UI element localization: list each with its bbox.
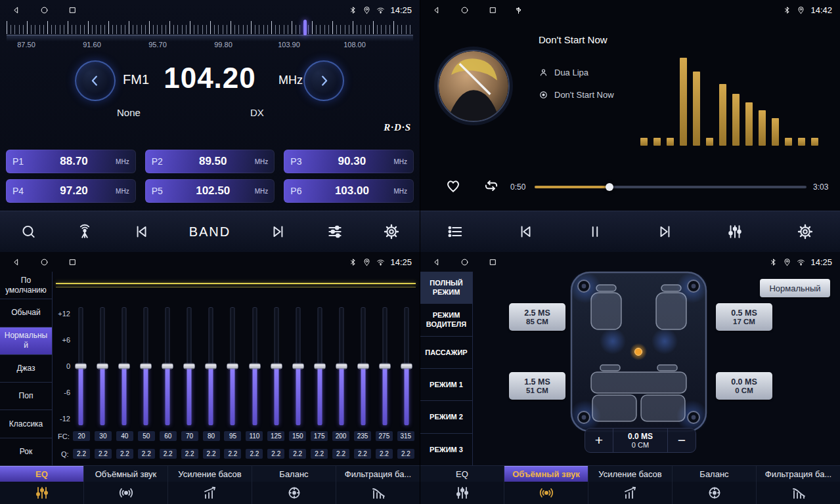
eq-slider-handle[interactable] [140, 364, 152, 369]
eq-slider-handle[interactable] [336, 364, 347, 369]
tab-label[interactable]: EQ [420, 466, 504, 482]
eq-slider-handle[interactable] [118, 364, 130, 369]
eq-slider-handle[interactable] [162, 364, 173, 369]
eq-slider-handle[interactable] [183, 364, 195, 369]
tab-surround[interactable]: Объёмный звук [504, 466, 588, 504]
tab-balance[interactable]: Баланс [252, 466, 336, 504]
eq-slider-handle[interactable] [314, 364, 326, 369]
eq-preset-default[interactable]: По умолчанию [0, 272, 52, 299]
eq-preset-rock[interactable]: Рок [0, 438, 52, 466]
sf-mode-2[interactable]: РЕЖИМ 2 [420, 401, 472, 433]
nav-home-icon[interactable] [460, 258, 469, 266]
eq-band-slider-315hz[interactable] [399, 307, 414, 425]
tab-label[interactable]: Фильтрация ба... [336, 466, 420, 482]
eq-preset-jazz[interactable]: Джаз [0, 355, 52, 383]
nav-home-icon[interactable] [460, 6, 469, 14]
equalizer-faders-icon[interactable] [726, 223, 743, 240]
eq-band-slider-50hz[interactable] [138, 307, 154, 425]
eq-slider-handle[interactable] [379, 364, 391, 369]
tab-label[interactable]: Усиление басов [168, 466, 252, 482]
surround-sound-icon[interactable] [84, 482, 167, 504]
nav-recents-icon[interactable] [489, 258, 497, 266]
radio-preset-p4[interactable]: P497.20MHz [6, 179, 136, 203]
search-icon[interactable] [20, 223, 37, 240]
sf-mode-driver[interactable]: РЕЖИМ ВОДИТЕЛЯ [420, 304, 472, 336]
eq-slider-handle[interactable] [271, 364, 282, 369]
increase-delay-button[interactable]: + [585, 429, 613, 452]
eq-slider-handle[interactable] [97, 364, 108, 369]
next-track-icon[interactable] [657, 223, 674, 240]
progress-knob[interactable] [606, 183, 613, 191]
settings-gear-icon[interactable] [797, 223, 814, 240]
frequency-scale[interactable]: 87.50 91.60 95.70 99.80 103.90 108.00 [7, 20, 413, 52]
nav-home-icon[interactable] [40, 6, 49, 14]
eq-band-slider-60hz[interactable] [160, 307, 175, 425]
eq-faders-icon[interactable] [420, 482, 504, 504]
eq-preset-custom[interactable]: Обычай [0, 299, 52, 327]
eq-band-slider-110hz[interactable] [247, 307, 263, 425]
eq-slider-handle[interactable] [205, 364, 217, 369]
filter-crossover-icon[interactable] [336, 482, 420, 504]
favorite-heart-icon[interactable] [445, 177, 462, 194]
frequency-pointer[interactable] [303, 20, 307, 35]
decrease-delay-button[interactable]: − [668, 429, 696, 452]
nav-back-icon[interactable] [432, 258, 441, 266]
repeat-icon[interactable] [483, 177, 500, 194]
eq-slider-handle[interactable] [357, 364, 369, 369]
bass-boost-icon[interactable] [168, 482, 252, 504]
eq-preset-pop[interactable]: Поп [0, 383, 52, 410]
tab-label[interactable]: Усиление басов [588, 466, 672, 482]
progress-bar[interactable] [535, 186, 807, 188]
eq-slider-handle[interactable] [75, 364, 87, 369]
tab-label[interactable]: EQ [0, 466, 83, 482]
eq-preset-normal[interactable]: Нормальный [0, 327, 52, 355]
delay-front-right[interactable]: 0.5 MS 17 CM [716, 303, 772, 331]
delay-front-left[interactable]: 2.5 MS 85 CM [509, 303, 565, 331]
eq-band-slider-95hz[interactable] [225, 307, 240, 425]
surround-sound-icon[interactable] [504, 482, 588, 504]
nav-home-icon[interactable] [40, 258, 49, 266]
tab-eq[interactable]: EQ [0, 466, 84, 504]
tab-balance[interactable]: Баланс [673, 466, 757, 504]
eq-slider-handle[interactable] [227, 364, 238, 369]
eq-slider-handle[interactable] [401, 364, 412, 369]
nav-back-icon[interactable] [432, 6, 441, 14]
settings-gear-icon[interactable] [383, 223, 400, 240]
tab-filter[interactable]: Фильтрация ба... [757, 466, 840, 504]
delay-rear-left[interactable]: 1.5 MS 51 CM [509, 372, 565, 400]
previous-track-icon[interactable] [517, 223, 534, 240]
nav-recents-icon[interactable] [68, 258, 77, 266]
nav-recents-icon[interactable] [68, 6, 77, 14]
eq-band-slider-70hz[interactable] [181, 307, 197, 425]
eq-band-slider-150hz[interactable] [290, 307, 306, 425]
eq-band-slider-80hz[interactable] [203, 307, 219, 425]
filter-crossover-icon[interactable] [757, 482, 840, 504]
eq-band-slider-235hz[interactable] [355, 307, 371, 425]
next-station-icon[interactable] [270, 223, 287, 240]
sf-mode-passenger[interactable]: ПАССАЖИР [420, 337, 472, 369]
tab-label[interactable]: Объёмный звук [504, 466, 588, 482]
tab-label[interactable]: Объёмный звук [84, 466, 167, 482]
eq-band-slider-30hz[interactable] [95, 307, 110, 425]
album-art[interactable] [437, 50, 510, 122]
tab-label[interactable]: Фильтрация ба... [757, 466, 840, 482]
sf-mode-full[interactable]: ПОЛНЫЙ РЕЖИМ [420, 272, 472, 304]
audio-settings-icon[interactable] [326, 223, 343, 240]
eq-slider-handle[interactable] [249, 364, 261, 369]
radio-preset-p1[interactable]: P188.70MHz [6, 150, 136, 173]
eq-band-slider-275hz[interactable] [377, 307, 393, 425]
radio-preset-p2[interactable]: P289.50MHz [145, 150, 275, 173]
tab-label[interactable]: Баланс [673, 466, 756, 482]
sf-mode-3[interactable]: РЕЖИМ 3 [420, 434, 472, 466]
nav-back-icon[interactable] [12, 6, 20, 14]
radio-preset-p6[interactable]: P6103.00MHz [284, 179, 414, 203]
tab-bass-boost[interactable]: Усиление басов [588, 466, 673, 504]
nav-back-icon[interactable] [12, 258, 20, 266]
sf-preset-button[interactable]: Нормальный [760, 279, 830, 297]
radio-preset-p5[interactable]: P5102.50MHz [145, 179, 275, 203]
tab-surround[interactable]: Объёмный звук [84, 466, 168, 504]
eq-preset-classic[interactable]: Классика [0, 410, 52, 438]
eq-band-slider-175hz[interactable] [312, 307, 328, 425]
eq-band-slider-125hz[interactable] [269, 307, 284, 425]
pause-icon[interactable] [586, 223, 604, 240]
